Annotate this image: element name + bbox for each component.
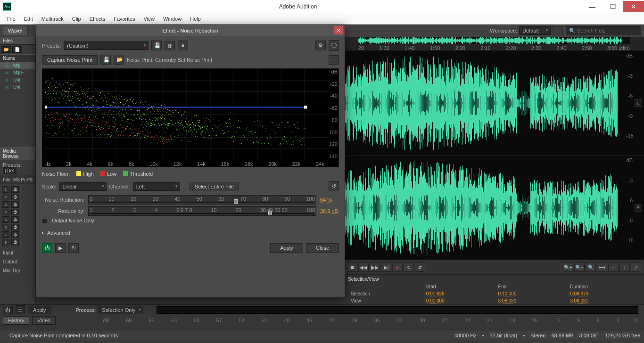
menu-clip[interactable]: Clip [68, 16, 85, 22]
output-noise-only-checkbox[interactable] [42, 218, 47, 223]
tab-video[interactable]: Video [32, 316, 56, 325]
zoom-button-4[interactable]: ↔ [608, 262, 619, 272]
zoom-button-3[interactable]: ⟷ [597, 262, 607, 272]
track-number[interactable]: 2 [2, 194, 9, 200]
transport-button-2[interactable]: ▶▶ [370, 262, 380, 272]
view-start[interactable]: 0:00.000 [424, 298, 495, 304]
transport-button-1[interactable]: ◀◀ [358, 262, 369, 272]
track-power-icon[interactable]: ⏻ [11, 201, 19, 208]
track-number[interactable]: 7 [2, 231, 9, 238]
preset-save-icon[interactable]: 💾 [151, 41, 162, 50]
dialog-close-button[interactable]: ✕ [334, 26, 343, 34]
process-dropdown[interactable]: Selection Only [99, 306, 143, 314]
selection-start[interactable]: 0:01.626 [424, 291, 495, 297]
presets-dropdown[interactable]: (Custom) [64, 41, 149, 50]
dialog-title: Effect - Noise Reduction [163, 28, 218, 33]
file-item[interactable]: ⩘⩗ Unti [0, 76, 35, 83]
track-number[interactable]: 5 [2, 216, 9, 223]
menu-view[interactable]: View [139, 16, 159, 22]
channel-label: Channel: [109, 184, 130, 189]
channel-left-label: L [635, 99, 642, 107]
transport-button-5[interactable]: ↻ [404, 262, 414, 272]
track-number[interactable]: 8 [2, 239, 9, 245]
list-button[interactable]: ☰ [16, 305, 25, 314]
transport-button-6[interactable]: ⇵ [415, 262, 425, 272]
tab-waveform[interactable]: Wavef [3, 26, 28, 35]
select-entire-file-button[interactable]: Select Entire File [190, 182, 239, 191]
transport-button-3[interactable]: ▶| [381, 262, 391, 272]
preset-info-icon[interactable]: ⓘ [329, 40, 339, 51]
save-noise-print-icon[interactable]: 💾 [100, 55, 111, 65]
view-duration[interactable]: 3:08.081 [568, 298, 639, 304]
channel-dropdown[interactable]: Left [133, 182, 180, 191]
workspace-options-button[interactable] [553, 26, 563, 35]
menu-multitrack[interactable]: Multitrack [37, 16, 68, 22]
file-new-icon[interactable]: 📄 [12, 46, 22, 53]
track-power-icon[interactable]: ⏻ [11, 216, 19, 223]
track-power-icon[interactable]: ⏻ [11, 194, 19, 200]
menu-edit[interactable]: Edit [20, 16, 37, 22]
workspace-dropdown[interactable]: Default [519, 26, 551, 35]
menu-file[interactable]: File [3, 16, 20, 22]
track-number[interactable]: 1 [2, 186, 9, 193]
zoom-button-1[interactable]: 🔍− [574, 262, 585, 272]
effect-power-button[interactable]: ⏻ [42, 243, 52, 253]
apply-effect-button[interactable]: Apply [28, 306, 51, 314]
track-power-icon[interactable]: ⏻ [11, 224, 19, 230]
transport-button-0[interactable]: ⏹ [347, 262, 357, 272]
track-number[interactable]: 4 [2, 209, 9, 215]
file-item[interactable]: ⩘⩗ M$ F [0, 69, 35, 76]
noise-print-status: Noise Print: Currently Set Noise Print [127, 57, 212, 63]
selection-duration[interactable]: 0:08.373 [568, 291, 639, 297]
presets-label: Presets: (Def [0, 160, 35, 175]
col-start: Start [424, 284, 495, 290]
maximize-button[interactable]: ☐ [603, 1, 623, 12]
zoom-button-2[interactable]: 🔍 [586, 262, 596, 272]
reset-button[interactable]: ↺ [329, 181, 339, 191]
file-item[interactable]: ⩘⩗ M$ [0, 62, 35, 69]
track-power-icon[interactable]: ⏻ [11, 186, 19, 193]
noise-reduction-value[interactable]: 64 % [320, 197, 339, 203]
search-help-input[interactable]: 🔍 Search Help [566, 26, 641, 35]
selection-end[interactable]: 0:10.000 [496, 291, 568, 297]
timeline[interactable]: 201:301:401:502:002:102:202:302:402:503:… [344, 37, 644, 51]
track-number[interactable]: 6 [2, 224, 9, 230]
dialog-apply-button[interactable]: Apply [270, 243, 303, 253]
dialog-close-button-footer[interactable]: Close [306, 243, 339, 253]
file-open-icon[interactable]: 📂 [1, 46, 11, 53]
advanced-section[interactable]: Advanced [42, 227, 339, 241]
capture-noise-print-button[interactable]: Capture Noise Print [42, 55, 98, 65]
noise-reduction-slider[interactable]: 0102030405060708090100 [88, 195, 316, 204]
track-number[interactable]: 3 [2, 201, 9, 208]
tab-history[interactable]: History [3, 316, 29, 325]
preset-favorite-icon[interactable]: ★ [178, 41, 188, 50]
view-end[interactable]: 3:08.081 [496, 298, 568, 304]
menu-help[interactable]: Help [186, 16, 205, 22]
reduce-by-slider[interactable]: 12345 6 7 8102030 40 50 60100 [88, 206, 316, 216]
zoom-button-6[interactable]: ⤢ [631, 262, 641, 272]
preset-settings-icon[interactable]: ⚙ [315, 41, 326, 50]
row-view-label: View [349, 298, 423, 304]
minimize-button[interactable]: — [582, 1, 603, 12]
file-item[interactable]: ⩘⩗ Unti [0, 83, 35, 90]
reduce-by-value[interactable]: 38,9 dB [320, 208, 339, 214]
load-noise-print-icon[interactable]: 📂 [114, 55, 124, 65]
menu-favorites[interactable]: Favorites [109, 16, 139, 22]
menu-effects[interactable]: Effects [85, 16, 109, 22]
track-power-icon[interactable]: ⏻ [11, 209, 19, 215]
mix-label: Mix: Dry [0, 266, 35, 275]
preset-delete-icon[interactable]: 🗑 [165, 41, 175, 50]
track-power-icon[interactable]: ⏻ [11, 231, 19, 238]
effect-loop-button[interactable]: ↻ [68, 243, 79, 253]
noise-print-menu-icon[interactable]: ≡ [329, 55, 339, 65]
close-window-button[interactable]: ✕ [623, 1, 644, 12]
scale-dropdown[interactable]: Linear [59, 182, 107, 191]
power-button[interactable]: ⏻ [3, 306, 13, 314]
zoom-button-0[interactable]: 🔍+ [563, 262, 573, 272]
zoom-button-5[interactable]: ↕ [619, 262, 630, 272]
spectrum-graph[interactable]: dB-20-40-60-80-100-120-140 Hz2k4k6k8k10k… [42, 68, 339, 167]
effect-play-button[interactable]: ▶ [55, 243, 66, 253]
track-power-icon[interactable]: ⏻ [11, 239, 19, 245]
menu-window[interactable]: Window [159, 16, 186, 22]
transport-button-4[interactable]: ● [392, 262, 403, 272]
